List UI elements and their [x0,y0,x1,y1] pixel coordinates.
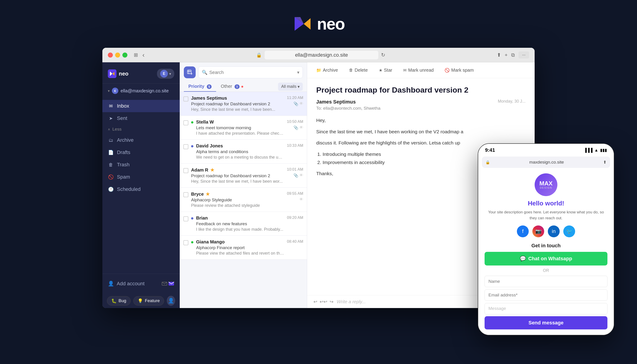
other-label: Other [221,84,232,89]
sidebar-item-sent[interactable]: ➤ Sent [102,112,180,124]
search-input[interactable] [209,70,295,75]
sidebar-item-spam[interactable]: 🚫 Spam [102,171,180,183]
email-subject-4: Alphacorp Styleguide [191,198,284,202]
mobile-app-logo-text: MAX [540,180,552,186]
mobile-browser-bar[interactable]: 🔒 maxdesign.co.site ⬆ [482,156,610,168]
sidebar-account-row[interactable]: ▾ E ella@maxdesign.co.site [102,84,180,98]
trash-icon: 🗑 [108,162,114,168]
mobile-share-icon[interactable]: ⬆ [603,160,606,165]
email-content-2: David Jones Alpha terms and conditions W… [196,143,284,160]
email-input[interactable] [484,290,608,301]
message-input[interactable]: Message [484,303,608,314]
less-label: Less [112,127,122,132]
close-button[interactable] [108,52,113,58]
tabs-button[interactable]: ··· [518,52,529,58]
email-item-brian[interactable]: Brian Feedback on new features I like th… [180,212,307,236]
sidebar-nav: ✉ Inbox ➤ Sent ∧ Less 🗂 Archive [102,98,180,274]
email-item-bryce[interactable]: Bryce ★ Alphacorp Styleguide Please revi… [180,188,307,212]
facebook-icon[interactable]: f [517,226,529,237]
account-switcher[interactable]: E ▾ [157,69,174,79]
reply-all-icon[interactable]: ↩↩ [320,299,327,304]
svg-marker-1 [304,18,310,30]
star-button[interactable]: ★ Star [376,66,395,74]
star-icon-3: ★ [210,167,214,173]
email-subject-0: Project roadmap for Dashboard version 2 [191,102,284,106]
scheduled-icon: 🕐 [108,186,114,192]
bottom-toolbar: 🐛 Bug 💡 Feature 👤 [102,294,180,308]
search-bar[interactable]: 🔍 ▾ [198,66,303,78]
detail-subject: Project roadmap for Dashboard version 2 [316,86,526,94]
minimize-button[interactable] [115,52,120,58]
filter-icon[interactable]: ▾ [297,70,300,75]
feature-button[interactable]: 💡 Feature [133,296,164,306]
sidebar-toggle-icon[interactable]: ⊞ [134,52,138,58]
email-checkbox-6[interactable] [183,240,188,245]
add-account-icon: 👤 [108,281,114,287]
message-placeholder: Message [488,306,506,311]
archive-button[interactable]: 📁 Archive [314,66,341,74]
whatsapp-button[interactable]: 💬 Chat on Whatsapp [484,252,608,266]
add-account-icons [162,282,174,286]
new-tab-icon[interactable]: + [504,52,508,58]
email-subject-2: Alpha terms and conditions [196,149,284,154]
sidebar-item-inbox[interactable]: ✉ Inbox [102,100,180,112]
compose-icon [186,69,193,76]
share-icon[interactable]: ⬆ [497,52,501,58]
instagram-icon[interactable]: 📷 [532,226,544,237]
email-item-david[interactable]: David Jones Alpha terms and conditions W… [180,140,307,164]
email-checkbox-0[interactable] [183,96,188,102]
copy-tab-icon[interactable]: ⧉ [511,52,515,58]
sidebar-item-drafts[interactable]: 📄 Drafts [102,146,180,158]
star-icon-4: ★ [206,191,210,197]
maximize-button[interactable] [122,52,128,58]
back-icon[interactable]: ‹ [142,52,144,59]
mark-spam-button[interactable]: 🚫 Mark spam [442,66,476,74]
get-in-touch-label: Get in touch [484,243,608,249]
delete-button[interactable]: 🗑 Delete [346,66,370,74]
email-item-adam[interactable]: Adam R ★ Project roadmap for Dashboard v… [180,164,307,188]
email-preview-4: Please review the attached styleguide [191,203,284,208]
detail-toolbar: 📁 Archive 🗑 Delete ★ Star ✉ Mark unread [307,62,534,78]
read-icon-0: 👁 [300,102,303,106]
email-checkbox-1[interactable] [183,120,188,125]
reload-icon[interactable]: ↻ [381,52,385,58]
sidebar-item-scheduled[interactable]: 🕐 Scheduled [102,183,180,196]
mark-unread-button[interactable]: ✉ Mark unread [400,66,436,74]
mobile-logo-area: MAX DESIGN [484,173,608,196]
email-checkbox-4[interactable] [183,192,188,197]
battery-icon: ▮▮▮ [600,148,607,153]
email-checkbox-2[interactable] [183,144,188,149]
sidebar-item-trash[interactable]: 🗑 Trash [102,158,180,171]
tab-other[interactable]: Other 9 [216,82,248,92]
app-header: neo [0,0,637,34]
mobile-hello-text: Hello world! [484,200,608,207]
send-message-button[interactable]: Send message [484,316,608,330]
sidebar-item-archive[interactable]: 🗂 Archive [102,134,180,146]
url-bar[interactable]: ella@maxdesign.co.site [264,51,378,60]
forward-icon[interactable]: ↪ [330,299,334,304]
less-toggle[interactable]: ∧ Less [102,124,180,134]
email-subject-1: Lets meet tomorrow morning [196,125,284,130]
email-item-stella[interactable]: Stella W Lets meet tomorrow morning I ha… [180,116,307,140]
all-mails-button[interactable]: All mails ▾ [278,82,303,91]
inbox-label: Inbox [117,103,129,109]
name-input[interactable] [484,276,608,287]
linkedin-icon[interactable]: in [548,226,560,237]
all-mails-label: All mails [281,84,296,89]
email-checkbox-5[interactable] [183,216,188,221]
reply-icon[interactable]: ↩ [314,299,317,304]
email-item-giana[interactable]: Giana Mango Alphacorp Finance report Ple… [180,236,307,260]
email-item-james[interactable]: James Septimus Project roadmap for Dashb… [180,92,307,116]
bug-button[interactable]: 🐛 Bug [107,296,130,306]
svg-marker-4 [112,72,114,76]
archive-btn-label: Archive [323,68,338,73]
email-checkbox-3[interactable] [183,168,188,173]
add-account-button[interactable]: 👤 Add account [108,278,174,289]
email-time-0: 11:20 AM [287,96,303,100]
tab-priority[interactable]: Priority 5 [184,82,216,92]
email-meta-5: 09:20 AM [287,216,303,220]
compose-button[interactable] [184,66,196,78]
user-button[interactable]: 👤 [167,296,175,306]
twitter-icon[interactable]: 🐦 [563,226,575,237]
detail-greeting: Hey, [316,116,526,124]
